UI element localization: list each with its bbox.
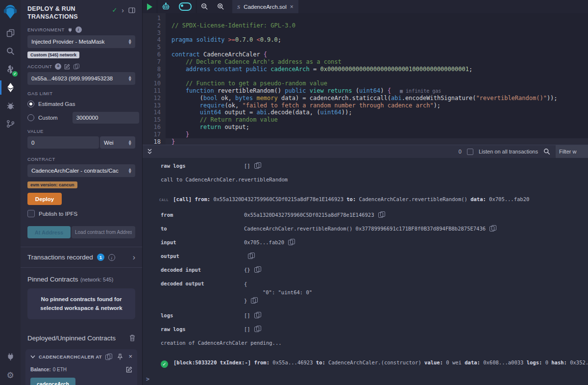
transactions-info-icon[interactable]: i [108, 254, 115, 261]
environment-info-icon[interactable]: i [75, 26, 82, 33]
account-select[interactable]: 0x55a...46923 (999.9999453238 ▲▼ [27, 72, 135, 85]
code-editor[interactable]: 123456789101112131415161718 // SPDX-Lice… [143, 13, 588, 145]
code-line: } [166, 138, 588, 145]
copy-icon[interactable] [105, 354, 112, 360]
stepper-icon: ▲▼ [129, 140, 131, 146]
terminal-kv-row: raw logs[] [161, 162, 588, 169]
value-unit-select[interactable]: Wei ▲▼ [100, 136, 135, 149]
deploy-button[interactable]: Deploy [27, 193, 62, 205]
copy-icon[interactable] [490, 225, 496, 231]
copy-icon[interactable] [254, 312, 261, 318]
terminal-prompt[interactable]: > [146, 376, 149, 383]
forward-chevron-icon[interactable]: › [122, 8, 124, 13]
code-line: pragma solidity >=0.7.0 <0.9.0; [166, 36, 588, 44]
copy-icon[interactable] [248, 253, 254, 259]
line-number: 10 [143, 80, 161, 87]
at-address-input[interactable] [72, 226, 135, 238]
terminal-kv-row: decoded input{} [161, 266, 588, 273]
success-icon: ✓ [161, 360, 168, 368]
contract-select[interactable]: CadenceArchCaler - contracts/Cac ▲▼ [27, 164, 135, 177]
line-number: 11 [143, 87, 161, 95]
code-line: // SPDX-License-Identifier: GPL-3.0 [166, 22, 588, 29]
terminal-body[interactable]: raw logs[]call to CadenceArchCaler.rever… [143, 158, 588, 385]
solidity-compiler-icon[interactable]: ✓ [0, 60, 21, 78]
custom-gas-input[interactable] [73, 112, 139, 124]
plugin-manager-icon[interactable] [0, 348, 21, 366]
line-number: 3 [143, 29, 161, 37]
transactions-recorded-row[interactable]: Transactions recorded 1 i › [21, 247, 142, 267]
code-line: } [166, 131, 588, 138]
panel-check-icon: ✓ [112, 6, 117, 14]
plug-icon[interactable] [68, 27, 73, 32]
compiler-success-badge: ✓ [12, 71, 18, 77]
copy-icon[interactable] [251, 297, 257, 304]
environment-select[interactable]: Injected Provider - MetaMask ▲▼ [27, 35, 135, 48]
git-icon[interactable] [0, 115, 21, 133]
close-tab-icon[interactable]: × [290, 3, 294, 10]
terminal-kv-row: raw logs[] [161, 326, 588, 333]
add-account-icon[interactable]: + [55, 63, 61, 70]
debugger-icon[interactable] [0, 97, 21, 115]
terminal-header: 0 Listen on all transactions [143, 145, 588, 158]
collapse-chevron-icon[interactable] [30, 355, 35, 359]
collapse-terminal-icon[interactable] [147, 148, 153, 155]
solidity-file-icon: S [237, 4, 240, 10]
close-icon[interactable]: × [128, 354, 132, 359]
terminal-kv-row: input0x705...fab20 [161, 239, 588, 246]
settings-icon[interactable]: ⚙ [0, 366, 21, 384]
listen-label: Listen on all transactions [479, 149, 538, 154]
terminal-success-row: ✓[block:5033220 txIndex:-] from: 0x55a..… [161, 359, 588, 368]
zoom-out-icon [201, 3, 208, 10]
stepper-icon: ▲▼ [129, 168, 131, 174]
copy-icon[interactable] [254, 162, 261, 169]
transactions-count-badge: 1 [97, 254, 104, 261]
transactions-recorded-label: Transactions recorded [27, 254, 93, 261]
deploy-run-icon[interactable] [0, 78, 21, 97]
editor-code: // SPDX-License-Identifier: GPL-3.0pragm… [166, 13, 588, 145]
zoom-in-button[interactable] [213, 0, 229, 13]
file-explorer-icon[interactable] [0, 24, 21, 42]
expand-chevron-icon[interactable]: › [133, 255, 135, 260]
at-address-button[interactable]: At Address [27, 226, 71, 238]
checkbox-icon [27, 210, 35, 217]
copy-icon[interactable] [254, 266, 261, 273]
search-icon[interactable] [0, 42, 21, 60]
code-line: contract CadenceArchCaler { [166, 51, 588, 58]
cadence-arch-button[interactable]: cadenceArch [30, 378, 75, 385]
line-number: 17 [143, 131, 161, 138]
estimated-gas-option[interactable]: Estimated Gas [27, 101, 135, 107]
listen-count: 0 [459, 149, 462, 154]
ai-assistant-button[interactable] [157, 0, 174, 13]
tab-cadencearch[interactable]: S CadenceArch.sol × [232, 0, 298, 13]
radio-icon [27, 114, 34, 121]
copy-icon[interactable] [254, 326, 261, 332]
balance-label: Balance: [30, 367, 51, 372]
copy-icon[interactable] [378, 211, 385, 218]
panel-divider [142, 0, 143, 385]
code-line [166, 15, 588, 22]
edit-account-icon[interactable] [64, 64, 70, 70]
remix-logo[interactable] [3, 3, 18, 19]
line-number: 16 [143, 124, 161, 131]
trash-icon[interactable] [129, 334, 135, 341]
copilot-toggle[interactable] [174, 0, 196, 13]
zoom-out-button[interactable] [196, 0, 213, 13]
listen-checkbox[interactable] [467, 149, 473, 155]
pin-panel-icon[interactable] [128, 7, 135, 13]
network-badge: Custom (545) network [27, 51, 79, 58]
custom-gas-option[interactable]: Custom [27, 112, 135, 124]
value-label: VALUE [27, 128, 44, 134]
pin-icon[interactable] [117, 354, 123, 360]
terminal-filter-input[interactable] [556, 145, 588, 158]
evm-version-badge: evm version: cancun [27, 181, 77, 188]
copy-account-icon[interactable] [74, 64, 79, 69]
copy-icon[interactable] [288, 239, 294, 245]
publish-ipfs-option[interactable]: Publish to IPFS [27, 210, 135, 217]
code-line: address constant public cadenceArch = 0x… [166, 66, 588, 73]
line-number: 1 [143, 15, 161, 22]
edit-balance-icon[interactable] [126, 366, 132, 373]
terminal-search-icon[interactable] [543, 148, 550, 155]
value-input[interactable] [27, 136, 99, 149]
run-script-button[interactable] [143, 0, 157, 13]
code-line: require(ok, "failed to fetch a random nu… [166, 102, 588, 109]
